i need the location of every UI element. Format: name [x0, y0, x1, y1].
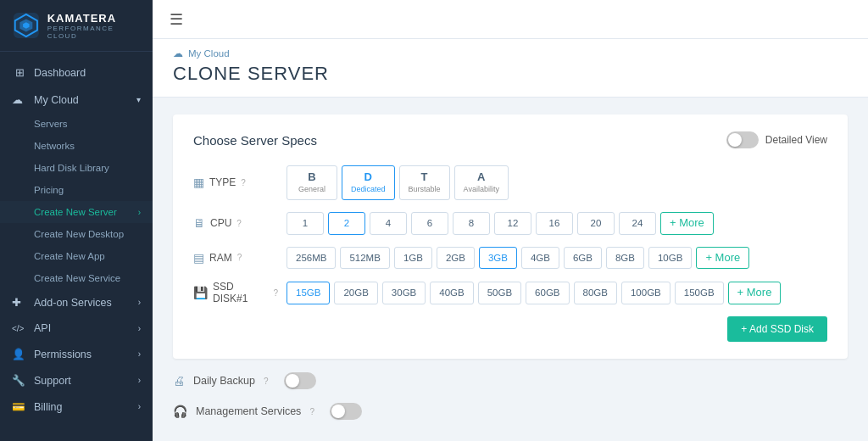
ram-option-256mb[interactable]: 256MB [287, 247, 336, 270]
breadcrumb: ☁ My Cloud [173, 47, 848, 59]
ssd-option-50gb[interactable]: 50GB [478, 282, 521, 304]
cpu-help-icon[interactable]: ? [236, 219, 242, 228]
ssd-option-60gb[interactable]: 60GB [526, 282, 569, 304]
page-title: CLONE SERVER [173, 63, 848, 85]
sidebar-item-label: Support [34, 375, 71, 387]
ram-option-6gb[interactable]: 6GB [564, 247, 602, 270]
cpu-option-2[interactable]: 2 [328, 212, 365, 235]
daily-backup-help[interactable]: ? [264, 377, 269, 386]
sidebar-item-pricing[interactable]: Pricing [0, 179, 153, 201]
sidebar-item-create-new-service[interactable]: Create New Service [0, 267, 153, 289]
ram-option-8gb[interactable]: 8GB [606, 247, 644, 270]
ram-more-button[interactable]: + More [696, 247, 749, 270]
daily-backup-toggle[interactable] [284, 372, 316, 389]
cpu-option-20[interactable]: 20 [577, 212, 615, 235]
type-option-b[interactable]: BGeneral [287, 165, 337, 200]
cpu-row: 🖥 CPU ? 1246812162024+ More [193, 212, 827, 235]
page-header: ☁ My Cloud CLONE SERVER [153, 39, 868, 98]
ram-option-4gb[interactable]: 4GB [521, 247, 559, 270]
sidebar-item-servers[interactable]: Servers [0, 113, 153, 135]
type-help-icon[interactable]: ? [241, 178, 246, 187]
cpu-option-6[interactable]: 6 [411, 212, 448, 235]
ram-label: ▤ RAM ? [193, 251, 278, 265]
management-services-row: 🎧 Management Services ? [173, 403, 848, 420]
logo-icon [12, 10, 41, 41]
chevron-right-icon: › [138, 402, 141, 411]
ssd-option-150gb[interactable]: 150GB [675, 282, 724, 304]
topbar: ☰ [153, 0, 868, 39]
ssd-option-40gb[interactable]: 40GB [430, 282, 473, 304]
ram-option-1gb[interactable]: 1GB [394, 247, 432, 270]
content-area: Choose Server Specs Detailed View ▦ TYPE… [153, 98, 868, 441]
ram-option-3gb[interactable]: 3GB [479, 247, 517, 270]
cpu-option-1[interactable]: 1 [287, 212, 324, 235]
sidebar-nav: ⊞ Dashboard ☁ My Cloud ▾ Servers Network… [0, 52, 153, 441]
sidebar-item-create-new-app[interactable]: Create New App [0, 245, 153, 267]
sidebar: KAMATERA PERFORMANCE CLOUD ⊞ Dashboard ☁… [0, 0, 153, 441]
sidebar-item-permissions[interactable]: 👤 Permissions › [0, 341, 153, 367]
detailed-view-label: Detailed View [765, 134, 827, 146]
ram-option-10gb[interactable]: 10GB [648, 247, 692, 270]
ssd-more-button[interactable]: + More [728, 282, 782, 304]
cpu-more-button[interactable]: + More [660, 212, 714, 235]
my-cloud-icon: ☁ [12, 93, 27, 106]
type-option-d[interactable]: DDedicated [342, 165, 395, 200]
ram-options: 256MB512MB1GB2GB3GB4GB6GB8GB10GB+ More [287, 247, 827, 270]
hamburger-menu[interactable]: ☰ [170, 10, 183, 29]
sidebar-item-support[interactable]: 🔧 Support › [0, 367, 153, 394]
cpu-option-4[interactable]: 4 [370, 212, 407, 235]
sidebar-item-label: Dashboard [34, 67, 86, 79]
sidebar-item-create-new-server[interactable]: Create New Server › [0, 201, 153, 223]
chevron-right-icon: › [138, 349, 141, 359]
sidebar-item-dashboard[interactable]: ⊞ Dashboard [0, 59, 153, 87]
sidebar-item-hard-disk-library[interactable]: Hard Disk Library [0, 157, 153, 179]
toggle-knob [286, 374, 299, 388]
management-help[interactable]: ? [309, 407, 314, 416]
ssd-help-icon[interactable]: ? [273, 288, 278, 298]
specs-title: Choose Server Specs [193, 133, 317, 148]
daily-backup-row: 🖨 Daily Backup ? [173, 372, 848, 389]
chevron-right-icon: › [138, 324, 141, 333]
type-label: ▦ TYPE ? [193, 176, 278, 189]
sidebar-item-api[interactable]: </> API › [0, 315, 153, 341]
ssd-option-20gb[interactable]: 20GB [334, 282, 377, 304]
sidebar-item-my-cloud[interactable]: ☁ My Cloud ▾ [0, 87, 153, 113]
detailed-view-switch[interactable] [726, 131, 759, 148]
daily-backup-icon: 🖨 [173, 374, 185, 388]
ram-help-icon[interactable]: ? [237, 253, 242, 262]
management-icon: 🎧 [173, 405, 187, 418]
billing-icon: 💳 [12, 400, 27, 413]
ram-row: ▤ RAM ? 256MB512MB1GB2GB3GB4GB6GB8GB10GB… [193, 247, 827, 270]
chevron-right-icon: › [138, 298, 141, 307]
cpu-icon: 🖥 [193, 216, 205, 230]
type-option-t[interactable]: TBurstable [399, 165, 450, 200]
type-option-a[interactable]: AAvailability [454, 165, 509, 200]
management-services-toggle[interactable] [330, 403, 362, 420]
cpu-option-12[interactable]: 12 [494, 212, 531, 235]
detailed-view-toggle[interactable]: Detailed View [726, 131, 827, 148]
support-icon: 🔧 [12, 374, 27, 387]
sidebar-item-create-new-desktop[interactable]: Create New Desktop [0, 223, 153, 245]
daily-backup-label: Daily Backup [193, 375, 255, 387]
type-options: BGeneralDDedicatedTBurstableAAvailabilit… [287, 165, 827, 200]
sidebar-item-addon-services[interactable]: ✚ Add-on Services › [0, 289, 153, 315]
ram-option-512mb[interactable]: 512MB [340, 247, 389, 270]
sidebar-item-billing[interactable]: 💳 Billing › [0, 394, 153, 420]
cpu-option-24[interactable]: 24 [619, 212, 656, 235]
ssd-option-15gb[interactable]: 15GB [287, 282, 330, 304]
ssd-option-30gb[interactable]: 30GB [382, 282, 426, 304]
cpu-label: 🖥 CPU ? [193, 216, 278, 230]
sidebar-item-networks[interactable]: Networks [0, 135, 153, 157]
ssd-option-80gb[interactable]: 80GB [574, 282, 617, 304]
type-row: ▦ TYPE ? BGeneralDDedicatedTBurstableAAv… [193, 165, 827, 200]
chevron-right-icon: › [138, 376, 141, 385]
ram-option-2gb[interactable]: 2GB [437, 247, 475, 270]
cpu-option-8[interactable]: 8 [453, 212, 490, 235]
ssd-label: 💾 SSD DISK#1 ? [193, 281, 278, 304]
chevron-down-icon: ▾ [136, 95, 141, 104]
ssd-option-100gb[interactable]: 100GB [621, 282, 670, 304]
add-ssd-disk-button[interactable]: + Add SSD Disk [727, 316, 827, 342]
cpu-option-16[interactable]: 16 [536, 212, 573, 235]
sidebar-item-label: API [34, 322, 51, 334]
cpu-options: 1246812162024+ More [287, 212, 827, 235]
